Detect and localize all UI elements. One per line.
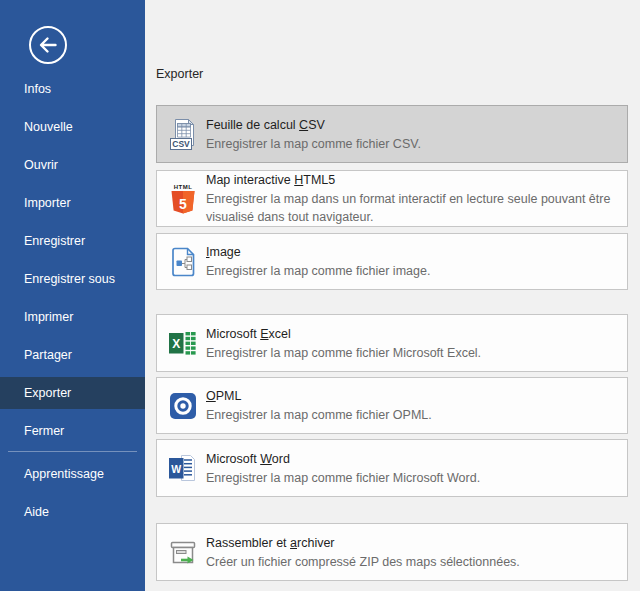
export-option-title: Microsoft Word bbox=[206, 450, 480, 469]
export-option-excel[interactable]: X Microsoft Excel Enregistrer la map com… bbox=[156, 314, 628, 372]
export-option-csv[interactable]: CSV Feuille de calcul CSV Enregistrer la… bbox=[156, 105, 628, 163]
svg-text:HTML: HTML bbox=[174, 184, 193, 190]
sidebar-divider bbox=[8, 451, 137, 452]
archive-box-icon bbox=[167, 535, 199, 569]
sidebar-item-exporter[interactable]: Exporter bbox=[0, 377, 145, 409]
back-arrow-icon bbox=[28, 25, 68, 65]
svg-text:5: 5 bbox=[179, 195, 187, 211]
sidebar-item-importer[interactable]: Importer bbox=[0, 187, 145, 219]
sidebar-item-nouvelle[interactable]: Nouvelle bbox=[0, 111, 145, 143]
csv-spreadsheet-icon: CSV bbox=[167, 117, 199, 151]
svg-text:X: X bbox=[172, 337, 180, 351]
sidebar-item-infos[interactable]: Infos bbox=[0, 73, 145, 105]
opml-target-icon bbox=[167, 389, 199, 423]
export-option-description: Enregistrer la map comme fichier Microso… bbox=[206, 469, 480, 487]
export-option-description: Créer un fichier compressé ZIP des maps … bbox=[206, 553, 520, 571]
export-option-opml[interactable]: OPML Enregistrer la map comme fichier OP… bbox=[156, 377, 628, 434]
sidebar-item-enregistrer-sous[interactable]: Enregistrer sous bbox=[0, 263, 145, 295]
sidebar-item-enregistrer[interactable]: Enregistrer bbox=[0, 225, 145, 257]
export-option-word[interactable]: W Microsoft Word Enregistrer la map comm… bbox=[156, 439, 628, 497]
svg-text:CSV: CSV bbox=[172, 139, 190, 149]
export-option-title: Map interactive HTML5 bbox=[206, 171, 617, 190]
export-option-description: Enregistrer la map dans un format intera… bbox=[206, 190, 617, 226]
back-button[interactable] bbox=[28, 25, 68, 65]
export-panel: Exporter CSV Feuille de calcul CSV Enreg… bbox=[145, 0, 640, 591]
word-icon: W bbox=[167, 451, 199, 485]
export-option-title: Feuille de calcul CSV bbox=[206, 116, 421, 135]
export-option-title: OPML bbox=[206, 387, 432, 406]
export-option-title: Microsoft Excel bbox=[206, 325, 481, 344]
export-option-description: Enregistrer la map comme fichier OPML. bbox=[206, 406, 432, 424]
export-option-html5[interactable]: HTML 5 Map interactive HTML5 Enregistrer… bbox=[156, 170, 628, 227]
export-option-description: Enregistrer la map comme fichier Microso… bbox=[206, 344, 481, 362]
export-option-description: Enregistrer la map comme fichier CSV. bbox=[206, 135, 421, 153]
export-option-image[interactable]: Image Enregistrer la map comme fichier i… bbox=[156, 233, 628, 290]
sidebar-item-partager[interactable]: Partager bbox=[0, 339, 145, 371]
export-option-description: Enregistrer la map comme fichier image. bbox=[206, 262, 430, 280]
page-title: Exporter bbox=[156, 67, 203, 81]
sidebar-item-aide[interactable]: Aide bbox=[0, 496, 145, 528]
backstage-view: Infos Nouvelle Ouvrir Importer Enregistr… bbox=[0, 0, 640, 591]
html5-icon: HTML 5 bbox=[167, 182, 199, 216]
sidebar-item-ouvrir[interactable]: Ouvrir bbox=[0, 149, 145, 181]
backstage-sidebar: Infos Nouvelle Ouvrir Importer Enregistr… bbox=[0, 0, 145, 591]
export-option-pack-and-go[interactable]: Rassembler et archiver Créer un fichier … bbox=[156, 523, 628, 581]
image-map-icon bbox=[167, 245, 199, 279]
export-option-title: Rassembler et archiver bbox=[206, 534, 520, 553]
svg-text:W: W bbox=[171, 463, 181, 475]
excel-icon: X bbox=[167, 326, 199, 360]
sidebar-item-fermer[interactable]: Fermer bbox=[0, 415, 145, 447]
sidebar-item-imprimer[interactable]: Imprimer bbox=[0, 301, 145, 333]
export-option-title: Image bbox=[206, 243, 430, 262]
sidebar-item-apprentissage[interactable]: Apprentissage bbox=[0, 458, 145, 490]
